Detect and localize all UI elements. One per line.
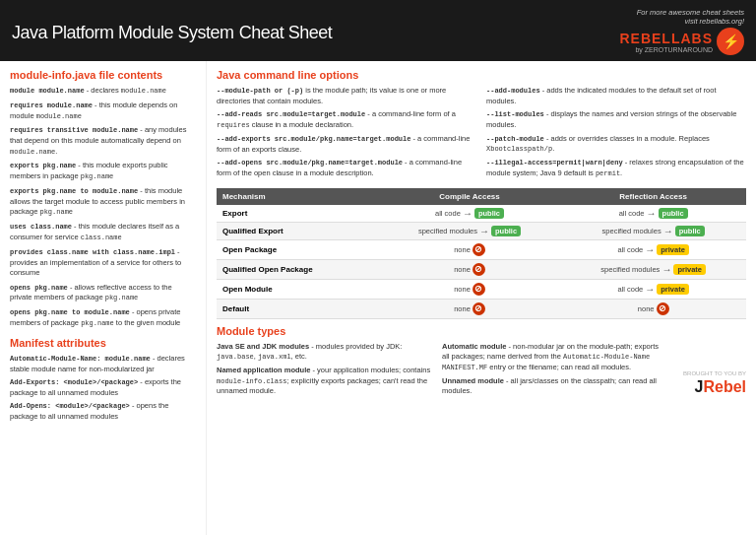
title-main: Java Platform Module System bbox=[12, 23, 234, 42]
slogan: For more awesome cheat sheets visit rebe… bbox=[637, 8, 744, 26]
mech-default: Default bbox=[217, 299, 379, 318]
mt-col2: Automatic module - non-modular jar on th… bbox=[442, 342, 660, 400]
mf-item-3: Add-Opens: <module>/<package> - opens th… bbox=[10, 401, 196, 422]
mt-item-4: Unnamed module - all jars/classes on the… bbox=[442, 376, 660, 397]
reflect-open-package: all code → private bbox=[560, 239, 746, 259]
access-table-container: Mechanism Compile Access Reflection Acce… bbox=[217, 188, 746, 319]
mech-open-module: Open Module bbox=[217, 279, 379, 299]
title-subtitle: Cheat Sheet bbox=[239, 24, 333, 42]
jrebel-brand: JRebel bbox=[695, 378, 746, 396]
cmdline-col1: --module-path or (-p) is the module path… bbox=[217, 86, 476, 182]
cmd-5: --add-modules - adds the indicated modul… bbox=[486, 86, 746, 106]
mi-item-1: module module.name - declares module.nam… bbox=[10, 86, 196, 97]
mech-qualified-open: Qualified Open Package bbox=[217, 259, 379, 279]
mt-item-2: Named application module - your applicat… bbox=[217, 366, 434, 397]
table-row-default: Default none ⊘ none ⊘ bbox=[217, 299, 746, 318]
mech-qualified-export: Qualified Export bbox=[217, 222, 379, 239]
table-row-open-package: Open Package none ⊘ all code → priva bbox=[217, 239, 746, 259]
jrebel-text: JRebel bbox=[695, 378, 746, 396]
reflect-open-module: all code → private bbox=[560, 279, 746, 299]
cmd-1: --module-path or (-p) is the module path… bbox=[217, 86, 476, 106]
brought-by: BROUGHT TO YOU BY bbox=[683, 370, 746, 376]
mt-item-3: Automatic module - non-modular jar on th… bbox=[442, 342, 660, 373]
left-column: module-info.java file contents module mo… bbox=[0, 61, 207, 535]
table-row-export: Export all code → public all code → bbox=[217, 205, 746, 223]
main-content: module-info.java file contents module mo… bbox=[0, 61, 756, 535]
col-mechanism: Mechanism bbox=[217, 188, 379, 205]
mi-item-2: requires module.name - this module depen… bbox=[10, 100, 196, 122]
col-compile: Compile Access bbox=[379, 188, 561, 205]
mt-item-1: Java SE and JDK modules - modules provid… bbox=[217, 342, 434, 363]
manifest-section: Manifest attributes Automatic-Module-Nam… bbox=[10, 337, 196, 423]
col-reflect: Reflection Access bbox=[560, 188, 746, 205]
cmdline-col2: --add-modules - adds the indicated modul… bbox=[486, 86, 746, 182]
mf-item-2: Add-Exports: <module>/<package> - export… bbox=[10, 377, 196, 398]
reflect-default: none ⊘ bbox=[560, 299, 746, 318]
cmd-6: --list-modules - displays the names and … bbox=[486, 109, 746, 130]
reflect-qualified-export: specified modules → public bbox=[560, 222, 746, 239]
compile-qualified-open: none ⊘ bbox=[379, 259, 561, 279]
mi-item-7: provides class.name with class.name.impl… bbox=[10, 247, 196, 279]
mi-item-8: opens pkg.name - allows reflective acces… bbox=[10, 283, 196, 304]
module-info-section: module-info.java file contents module mo… bbox=[10, 69, 196, 329]
module-types-section: Java SE and JDK modules - modules provid… bbox=[217, 342, 746, 400]
compile-open-package: none ⊘ bbox=[379, 239, 561, 259]
cmdline-title: Java command line options bbox=[217, 69, 746, 81]
right-column: Java command line options --module-path … bbox=[207, 61, 756, 535]
rebel-logo: REBELLABS by ZEROTURNAROUND ⚡ bbox=[619, 28, 744, 55]
footer-brand: BROUGHT TO YOU BY JRebel bbox=[667, 342, 746, 400]
cmd-3: --add-exports src.module/pkg.name=target… bbox=[217, 134, 476, 155]
manifest-title: Manifest attributes bbox=[10, 337, 196, 349]
brand-sub: by ZEROTURNAROUND bbox=[619, 46, 713, 53]
mf-item-1: Automatic-Module-Name: module.name - dec… bbox=[10, 354, 196, 374]
compile-qualified-export: specified modules → public bbox=[379, 222, 561, 239]
module-types-title: Module types bbox=[217, 325, 746, 337]
mi-item-4: exports pkg.name - this module exports p… bbox=[10, 161, 196, 182]
header-right: For more awesome cheat sheets visit rebe… bbox=[619, 8, 744, 55]
brand-icon: ⚡ bbox=[717, 28, 744, 55]
module-info-title: module-info.java file contents bbox=[10, 69, 196, 81]
page-title: Java Platform Module System Cheat Sheet bbox=[12, 21, 332, 42]
table-row-qualified-export: Qualified Export specified modules → pub… bbox=[217, 222, 746, 239]
brand-name: REBELLABS bbox=[619, 31, 713, 46]
reflect-export: all code → public bbox=[560, 205, 746, 223]
mi-item-5: exports pkg.name to module.name - this m… bbox=[10, 186, 196, 218]
mt-col1: Java SE and JDK modules - modules provid… bbox=[217, 342, 434, 400]
compile-open-module: none ⊘ bbox=[379, 279, 561, 299]
cmdline-section: --module-path or (-p) is the module path… bbox=[217, 86, 746, 182]
header: Java Platform Module System Cheat Sheet … bbox=[0, 0, 756, 61]
compile-default: none ⊘ bbox=[379, 299, 561, 318]
compile-export: all code → public bbox=[379, 205, 561, 223]
mi-item-6: uses class.name - this module declares i… bbox=[10, 222, 196, 243]
mech-export: Export bbox=[217, 205, 379, 223]
mi-item-3: requires transitive module.name - any mo… bbox=[10, 125, 196, 157]
reflect-qualified-open: specified modules → private bbox=[560, 259, 746, 279]
table-row-qualified-open: Qualified Open Package none ⊘ specified … bbox=[217, 259, 746, 279]
access-table: Mechanism Compile Access Reflection Acce… bbox=[217, 188, 746, 319]
header-title-container: Java Platform Module System Cheat Sheet bbox=[12, 21, 332, 43]
mech-open-package: Open Package bbox=[217, 239, 379, 259]
cmd-8: --illegal-access=permit|warn|deny - rela… bbox=[486, 158, 746, 179]
cmd-2: --add-reads src.module=target.module - a… bbox=[217, 109, 476, 131]
cmd-7: --patch-module - adds or overrides class… bbox=[486, 134, 746, 156]
cmd-4: --add-opens src.module/pkg.name=target.m… bbox=[217, 158, 476, 178]
mi-item-9: opens pkg.name to module.name - opens pr… bbox=[10, 307, 196, 329]
table-row-open-module: Open Module none ⊘ all code → privat bbox=[217, 279, 746, 299]
